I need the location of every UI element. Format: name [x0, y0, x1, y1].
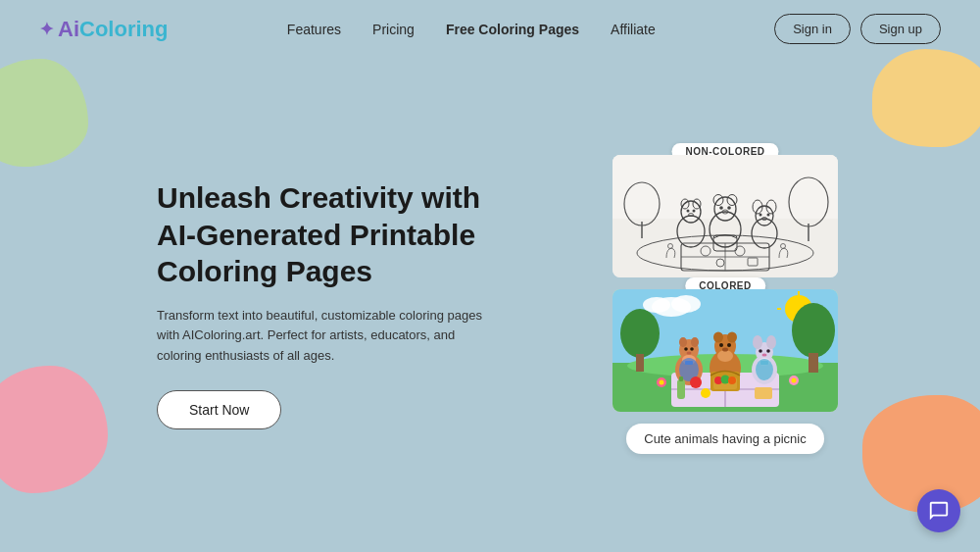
- svg-point-86: [762, 354, 767, 357]
- auth-buttons: Sign in Sign up: [774, 14, 941, 44]
- svg-point-85: [766, 349, 770, 353]
- svg-point-84: [759, 349, 762, 353]
- svg-rect-65: [685, 361, 693, 365]
- nav-features[interactable]: Features: [287, 22, 341, 37]
- hero-title: Unleash Creativity with AI-Generated Pri…: [157, 179, 490, 290]
- logo[interactable]: ✦ AiColoring: [39, 17, 168, 42]
- hero-images: NON-COLORED: [549, 155, 902, 454]
- svg-point-93: [690, 376, 702, 388]
- hero-description: Transform text into beautiful, customiza…: [157, 306, 490, 367]
- svg-point-69: [727, 332, 737, 343]
- svg-point-63: [687, 352, 692, 355]
- logo-sparkle: ✦: [39, 19, 54, 40]
- chat-icon: [928, 500, 950, 522]
- svg-rect-88: [760, 361, 768, 365]
- svg-point-72: [727, 343, 731, 347]
- svg-point-21: [719, 206, 723, 210]
- svg-point-46: [620, 309, 660, 358]
- start-now-button[interactable]: Start Now: [157, 390, 281, 429]
- svg-point-81: [753, 335, 762, 349]
- svg-point-22: [727, 206, 731, 210]
- svg-point-51: [671, 295, 701, 313]
- nav-free-coloring[interactable]: Free Coloring Pages: [446, 22, 579, 37]
- noncolored-image: [612, 155, 838, 277]
- svg-point-15: [693, 210, 696, 213]
- svg-rect-1: [612, 155, 838, 219]
- noncolored-card: NON-COLORED: [612, 155, 838, 277]
- colored-image: [612, 289, 838, 412]
- svg-point-52: [643, 297, 670, 313]
- header: ✦ AiColoring Features Pricing Free Color…: [0, 0, 980, 58]
- caption-bubble: Cute animals having a picnic: [626, 424, 823, 454]
- svg-point-68: [713, 332, 723, 343]
- svg-point-61: [684, 347, 688, 351]
- svg-point-90: [660, 380, 664, 385]
- svg-point-30: [767, 214, 770, 217]
- svg-point-73: [722, 348, 728, 352]
- svg-point-94: [701, 388, 710, 398]
- main-nav: Features Pricing Free Coloring Pages Aff…: [287, 22, 656, 37]
- svg-rect-47: [636, 354, 644, 372]
- chat-button[interactable]: [917, 489, 960, 532]
- svg-point-59: [691, 337, 699, 347]
- svg-point-48: [792, 303, 835, 358]
- svg-point-62: [690, 347, 694, 351]
- signup-button[interactable]: Sign up: [860, 14, 941, 44]
- svg-point-70: [717, 350, 733, 362]
- svg-point-71: [719, 343, 723, 347]
- signin-button[interactable]: Sign in: [774, 14, 851, 44]
- svg-point-82: [766, 335, 776, 349]
- hero-text: Unleash Creativity with AI-Generated Pri…: [157, 179, 490, 429]
- svg-point-58: [679, 337, 687, 347]
- svg-point-29: [760, 214, 762, 217]
- svg-rect-96: [677, 379, 685, 399]
- svg-point-78: [728, 376, 736, 384]
- svg-point-92: [792, 378, 797, 383]
- svg-point-14: [687, 210, 690, 213]
- nav-pricing[interactable]: Pricing: [372, 22, 415, 37]
- main-content: Unleash Creativity with AI-Generated Pri…: [0, 58, 980, 551]
- svg-rect-95: [755, 387, 772, 399]
- logo-text: AiColoring: [58, 17, 168, 42]
- colored-card: COLORED: [612, 289, 838, 412]
- svg-rect-49: [808, 353, 818, 373]
- nav-affiliate[interactable]: Affiliate: [611, 22, 656, 37]
- svg-rect-97: [679, 376, 683, 381]
